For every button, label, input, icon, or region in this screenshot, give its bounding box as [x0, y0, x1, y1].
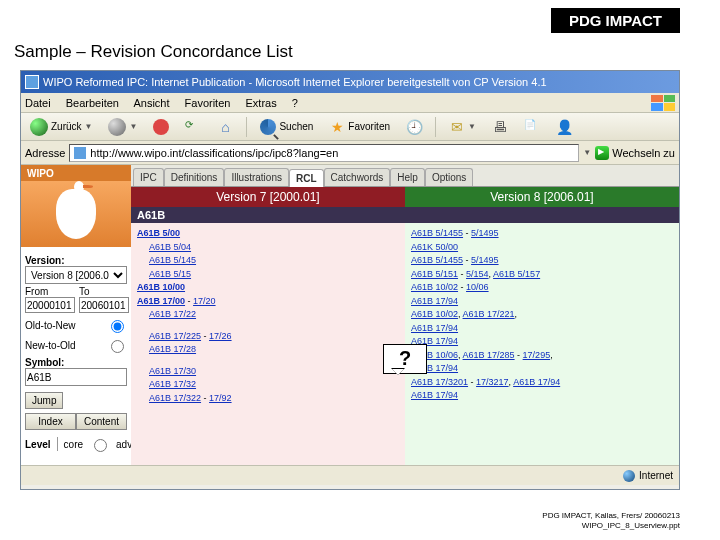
window-title-bar: WIPO Reformed IPC: Internet Publication …	[21, 71, 679, 93]
menu-extras[interactable]: Extras	[245, 97, 276, 109]
tab-options[interactable]: Options	[425, 168, 473, 186]
tab-catchwords[interactable]: Catchwords	[324, 168, 391, 186]
stop-icon	[153, 119, 169, 135]
list-item[interactable]: A61B 10/00	[137, 282, 185, 292]
list-item[interactable]: 5/154	[466, 269, 489, 279]
core-radio[interactable]	[94, 439, 107, 452]
symbol-input[interactable]	[25, 368, 127, 386]
refresh-button[interactable]: ⟳	[180, 116, 206, 138]
list-item[interactable]: A61B 5/00	[137, 228, 180, 238]
list-item[interactable]: A61B 17/94	[411, 323, 458, 333]
address-url: http://www.wipo.int/classifications/ipc/…	[90, 147, 338, 159]
history-button[interactable]: 🕘	[401, 116, 427, 138]
list-item[interactable]: 17/92	[209, 393, 232, 403]
messenger-button[interactable]: 👤	[551, 116, 577, 138]
level-label: Level	[25, 439, 51, 450]
list-item[interactable]: A61K 50/00	[411, 242, 458, 252]
home-icon: ⌂	[217, 119, 233, 135]
list-item[interactable]: 17/26	[209, 331, 232, 341]
list-item[interactable]: A61B 17/22	[149, 309, 196, 319]
edit-button[interactable]: 📄	[519, 116, 545, 138]
list-item[interactable]: 5/1495	[471, 228, 499, 238]
list-item[interactable]: A61B 17/30	[149, 366, 196, 376]
home-button[interactable]: ⌂	[212, 116, 238, 138]
tab-help[interactable]: Help	[390, 168, 425, 186]
menu-ansicht[interactable]: Ansicht	[133, 97, 169, 109]
forward-button[interactable]: ▼	[103, 115, 142, 139]
list-item[interactable]: 17/3217	[476, 377, 509, 387]
to-input[interactable]	[79, 297, 129, 313]
old-to-new-label: Old-to-New	[25, 320, 76, 331]
status-bar: Internet	[21, 465, 679, 485]
slide-footer-2: WIPO_IPC_8_Userview.ppt	[582, 521, 680, 530]
favorites-button[interactable]: ★Favoriten	[324, 116, 395, 138]
tab-rcl[interactable]: RCL	[289, 169, 324, 187]
group-bar: A61B	[131, 207, 679, 223]
new-to-old-radio[interactable]	[111, 340, 124, 353]
to-label: To	[79, 286, 90, 297]
menu-favoriten[interactable]: Favoriten	[185, 97, 231, 109]
slide-footer-1: PDG IMPACT, Kallas, Frers/ 20060213	[542, 511, 680, 520]
back-icon	[30, 118, 48, 136]
history-icon: 🕘	[406, 119, 422, 135]
list-item[interactable]: 17/20	[193, 296, 216, 306]
list-item[interactable]: A61B 17/285	[463, 350, 515, 360]
list-item[interactable]: A61B 17/322	[149, 393, 201, 403]
list-item[interactable]: A61B 17/00	[137, 296, 185, 306]
list-item[interactable]: A61B 17/3201	[411, 377, 468, 387]
edit-icon: 📄	[524, 119, 540, 135]
refresh-icon: ⟳	[185, 119, 201, 135]
list-item[interactable]: 10/06	[466, 282, 489, 292]
list-item[interactable]: 17/295	[523, 350, 551, 360]
list-item[interactable]: A61B 17/94	[411, 390, 458, 400]
tab-illustrations[interactable]: Illustrations	[224, 168, 289, 186]
old-to-new-radio[interactable]	[111, 320, 124, 333]
new-to-old-label: New-to-Old	[25, 340, 76, 351]
menu-datei[interactable]: Datei	[25, 97, 51, 109]
tab-definitions[interactable]: Definitions	[164, 168, 225, 186]
list-item[interactable]: A61B 5/1455	[411, 255, 463, 265]
v7-column: A61B 5/00 A61B 5/04 A61B 5/145 A61B 5/15…	[131, 223, 405, 465]
list-item[interactable]: A61B 17/94	[513, 377, 560, 387]
list-item[interactable]: A61B 5/151	[411, 269, 458, 279]
list-item[interactable]: A61B 10/02	[411, 309, 458, 319]
globe-icon	[623, 470, 635, 482]
page-content: WIPO Version: Version 8 [2006.01] From T…	[21, 165, 679, 465]
mail-button[interactable]: ✉▼	[444, 116, 481, 138]
menu-hilfe[interactable]: ?	[292, 97, 298, 109]
jump-button[interactable]: Jump	[25, 392, 63, 409]
content-button[interactable]: Content	[76, 413, 127, 430]
version-select[interactable]: Version 8 [2006.01]	[25, 266, 127, 284]
stop-button[interactable]	[148, 116, 174, 138]
symbol-label: Symbol:	[25, 357, 127, 368]
browser-window: WIPO Reformed IPC: Internet Publication …	[20, 70, 680, 490]
list-item[interactable]: A61B 17/28	[149, 344, 196, 354]
list-item[interactable]: A61B 5/04	[149, 242, 191, 252]
list-item[interactable]: A61B 5/157	[493, 269, 540, 279]
print-button[interactable]: 🖶	[487, 116, 513, 138]
list-item[interactable]: A61B 10/02	[411, 282, 458, 292]
list-item[interactable]: A61B 5/145	[149, 255, 196, 265]
back-button[interactable]: Zurück▼	[25, 115, 97, 139]
mail-icon: ✉	[449, 119, 465, 135]
list-item[interactable]: A61B 17/94	[411, 296, 458, 306]
tab-ipc[interactable]: IPC	[133, 168, 164, 186]
list-item[interactable]: A61B 17/221	[463, 309, 515, 319]
menu-bearbeiten[interactable]: Bearbeiten	[66, 97, 119, 109]
security-zone: Internet	[623, 470, 673, 482]
star-icon: ★	[329, 119, 345, 135]
core-label: core	[64, 439, 83, 450]
address-dropdown-icon[interactable]: ▼	[583, 148, 591, 157]
list-item[interactable]: A61B 17/225	[149, 331, 201, 341]
list-item[interactable]: A61B 5/1455	[411, 228, 463, 238]
address-input[interactable]: http://www.wipo.int/classifications/ipc/…	[69, 144, 579, 162]
list-item[interactable]: 5/1495	[471, 255, 499, 265]
toolbar: Zurück▼ ▼ ⟳ ⌂ Suchen ★Favoriten 🕘 ✉▼ 🖶 📄…	[21, 113, 679, 141]
go-button[interactable]: Wechseln zu	[595, 146, 675, 160]
search-button[interactable]: Suchen	[255, 116, 318, 138]
list-item[interactable]: A61B 5/15	[149, 269, 191, 279]
list-item[interactable]: A61B 17/32	[149, 379, 196, 389]
from-input[interactable]	[25, 297, 75, 313]
index-button[interactable]: Index	[25, 413, 76, 430]
print-icon: 🖶	[492, 119, 508, 135]
